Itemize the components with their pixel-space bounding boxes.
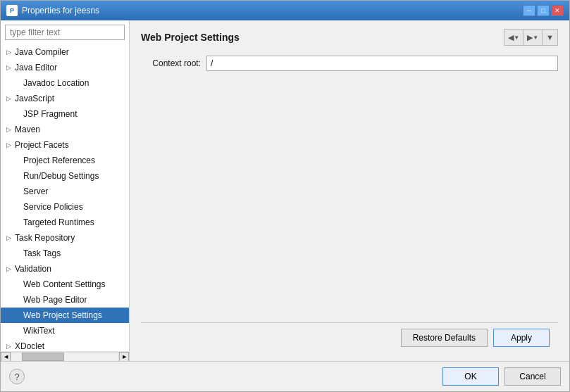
scroll-left-button[interactable]: ◀ bbox=[1, 352, 11, 362]
context-root-row: Context root: bbox=[141, 56, 558, 71]
horizontal-scrollbar[interactable]: ◀ ▶ bbox=[1, 351, 129, 361]
scroll-right-button[interactable]: ▶ bbox=[119, 352, 129, 362]
sidebar-item-task-tags[interactable]: Task Tags bbox=[1, 246, 129, 261]
expand-icon: ▷ bbox=[6, 340, 13, 351]
expand-icon: ▷ bbox=[6, 263, 13, 275]
minimize-button[interactable]: ─ bbox=[523, 5, 535, 16]
panel-header: Web Project Settings ◀ ▼ ▶ ▼ ▼ bbox=[141, 29, 558, 46]
expand-icon: ▷ bbox=[6, 92, 13, 105]
sidebar-item-run-debug[interactable]: Run/Debug Settings bbox=[1, 168, 129, 184]
window-title: Properties for jeesns bbox=[22, 6, 99, 15]
dialog-bottom-bar: ? OK Cancel bbox=[1, 361, 569, 391]
nav-button-group: ◀ ▼ ▶ ▼ ▼ bbox=[504, 29, 558, 46]
apply-button[interactable]: Apply bbox=[493, 329, 550, 347]
maximize-button[interactable]: □ bbox=[537, 5, 550, 16]
sidebar-item-web-page-editor[interactable]: Web Page Editor bbox=[1, 292, 129, 308]
expand-icon: ▷ bbox=[6, 46, 13, 58]
expand-icon: ▷ bbox=[6, 232, 13, 244]
filter-input[interactable] bbox=[5, 25, 125, 40]
sidebar-item-project-facets[interactable]: ▷ Project Facets bbox=[1, 137, 129, 153]
expand-icon: ▷ bbox=[6, 61, 13, 74]
cancel-button[interactable]: Cancel bbox=[504, 367, 561, 386]
context-root-input[interactable] bbox=[206, 56, 558, 71]
title-bar: P Properties for jeesns ─ □ ✕ bbox=[1, 1, 569, 20]
sidebar-item-server[interactable]: Server bbox=[1, 184, 129, 199]
expand-icon: ▷ bbox=[6, 123, 13, 136]
sidebar: ▷ Java Compiler ▷ Java Editor Javadoc Lo… bbox=[1, 20, 130, 361]
restore-defaults-button[interactable]: Restore Defaults bbox=[401, 329, 488, 347]
title-bar-controls: ─ □ ✕ bbox=[523, 5, 564, 16]
sidebar-item-maven[interactable]: ▷ Maven bbox=[1, 122, 129, 137]
sidebar-item-validation[interactable]: ▷ Validation bbox=[1, 261, 129, 277]
sidebar-item-service-policies[interactable]: Service Policies bbox=[1, 199, 129, 215]
sidebar-item-java-editor[interactable]: ▷ Java Editor bbox=[1, 60, 129, 75]
sidebar-item-xdoclet[interactable]: ▷ XDoclet bbox=[1, 339, 129, 351]
scroll-track[interactable] bbox=[11, 352, 119, 362]
nav-menu-button[interactable]: ▼ bbox=[543, 30, 557, 45]
content-area: ▷ Java Compiler ▷ Java Editor Javadoc Lo… bbox=[1, 20, 569, 361]
title-bar-left: P Properties for jeesns bbox=[6, 5, 99, 16]
sidebar-item-javascript[interactable]: ▷ JavaScript bbox=[1, 91, 129, 106]
nav-forward-button[interactable]: ▶ ▼ bbox=[523, 30, 543, 45]
sidebar-item-web-content-settings[interactable]: Web Content Settings bbox=[1, 277, 129, 292]
close-button[interactable]: ✕ bbox=[551, 5, 564, 16]
sidebar-item-javadoc-location[interactable]: Javadoc Location bbox=[1, 75, 129, 91]
main-panel: Web Project Settings ◀ ▼ ▶ ▼ ▼ bbox=[130, 20, 569, 361]
scroll-thumb[interactable] bbox=[22, 353, 64, 361]
sidebar-item-jsp-fragment[interactable]: JSP Fragment bbox=[1, 106, 129, 122]
help-button[interactable]: ? bbox=[9, 369, 25, 384]
sidebar-item-java-compiler[interactable]: ▷ Java Compiler bbox=[1, 44, 129, 60]
panel-title: Web Project Settings bbox=[141, 32, 240, 43]
context-root-label: Context root: bbox=[141, 58, 201, 68]
panel-nav: ◀ ▼ ▶ ▼ ▼ bbox=[504, 29, 558, 46]
sidebar-item-web-project-settings[interactable]: Web Project Settings bbox=[1, 308, 129, 323]
sidebar-item-project-references[interactable]: Project References bbox=[1, 153, 129, 168]
window-icon: P bbox=[6, 5, 18, 16]
properties-window: P Properties for jeesns ─ □ ✕ ▷ Java Com… bbox=[0, 0, 570, 392]
tree-container: ▷ Java Compiler ▷ Java Editor Javadoc Lo… bbox=[1, 44, 129, 351]
bottom-action-bar: Restore Defaults Apply bbox=[141, 322, 558, 353]
sidebar-item-targeted-runtimes[interactable]: Targeted Runtimes bbox=[1, 215, 129, 230]
sidebar-item-wikitext[interactable]: WikiText bbox=[1, 323, 129, 339]
dialog-buttons: OK Cancel bbox=[442, 367, 561, 386]
sidebar-item-task-repository[interactable]: ▷ Task Repository bbox=[1, 230, 129, 246]
form-area: Context root: bbox=[141, 56, 558, 322]
expand-icon: ▷ bbox=[6, 139, 13, 151]
ok-button[interactable]: OK bbox=[442, 367, 499, 386]
nav-back-button[interactable]: ◀ ▼ bbox=[504, 30, 523, 45]
